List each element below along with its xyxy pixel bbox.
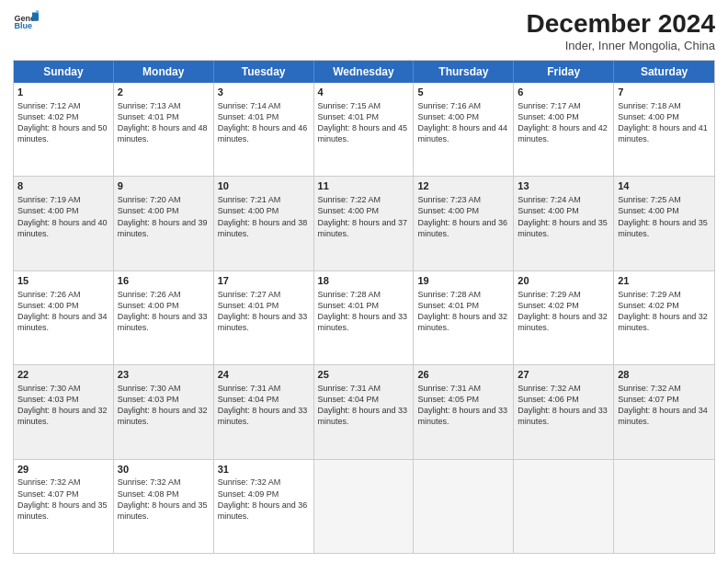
title-block: December 2024 Inder, Inner Mongolia, Chi… [527,9,715,52]
day-number: 8 [17,179,109,193]
day-info: Sunrise: 7:31 AMSunset: 4:04 PMDaylight:… [318,384,408,426]
day-number: 2 [118,86,210,99]
day-number: 20 [518,274,609,288]
day-cell-6: 6Sunrise: 7:17 AMSunset: 4:00 PMDaylight… [514,83,614,176]
day-info: Sunrise: 7:32 AMSunset: 4:07 PMDaylight:… [17,477,108,520]
day-number: 18 [318,274,410,288]
day-info: Sunrise: 7:32 AMSunset: 4:08 PMDaylight:… [118,477,208,520]
day-cell-9: 9Sunrise: 7:20 AMSunset: 4:00 PMDaylight… [114,177,214,270]
day-cell-13: 13Sunrise: 7:24 AMSunset: 4:00 PMDayligh… [514,177,614,270]
day-cell-19: 19Sunrise: 7:28 AMSunset: 4:01 PMDayligh… [414,271,514,364]
day-cell-4: 4Sunrise: 7:15 AMSunset: 4:01 PMDaylight… [314,83,415,176]
day-number: 24 [218,368,310,382]
calendar-header: SundayMondayTuesdayWednesdayThursdayFrid… [14,61,714,83]
day-cell-20: 20Sunrise: 7:29 AMSunset: 4:02 PMDayligh… [514,271,614,364]
day-cell-14: 14Sunrise: 7:25 AMSunset: 4:00 PMDayligh… [614,177,714,270]
subtitle: Inder, Inner Mongolia, China [527,39,715,52]
day-info: Sunrise: 7:12 AMSunset: 4:02 PMDaylight:… [17,101,108,144]
day-cell-5: 5Sunrise: 7:16 AMSunset: 4:00 PMDaylight… [414,83,514,176]
day-cell-29: 29Sunrise: 7:32 AMSunset: 4:07 PMDayligh… [14,460,114,553]
day-header-wednesday: Wednesday [314,61,415,83]
empty-cell [514,460,614,553]
day-number: 11 [318,179,410,193]
day-number: 25 [318,368,410,382]
day-info: Sunrise: 7:32 AMSunset: 4:07 PMDaylight:… [618,384,708,426]
day-number: 31 [218,463,310,477]
day-cell-30: 30Sunrise: 7:32 AMSunset: 4:08 PMDayligh… [114,460,214,553]
logo: General Blue General Blue [13,9,39,35]
day-cell-10: 10Sunrise: 7:21 AMSunset: 4:00 PMDayligh… [214,177,314,270]
calendar: SundayMondayTuesdayWednesdayThursdayFrid… [13,60,715,554]
day-info: Sunrise: 7:14 AMSunset: 4:01 PMDaylight:… [218,101,308,144]
day-info: Sunrise: 7:29 AMSunset: 4:02 PMDaylight:… [618,290,708,332]
day-number: 23 [118,368,210,382]
day-cell-28: 28Sunrise: 7:32 AMSunset: 4:07 PMDayligh… [614,365,714,458]
day-cell-31: 31Sunrise: 7:32 AMSunset: 4:09 PMDayligh… [214,460,314,553]
day-cell-8: 8Sunrise: 7:19 AMSunset: 4:00 PMDaylight… [14,177,114,270]
day-number: 17 [218,274,310,288]
day-number: 26 [417,368,509,382]
day-cell-25: 25Sunrise: 7:31 AMSunset: 4:04 PMDayligh… [314,365,415,458]
day-cell-26: 26Sunrise: 7:31 AMSunset: 4:05 PMDayligh… [414,365,514,458]
day-number: 9 [118,179,210,193]
day-cell-2: 2Sunrise: 7:13 AMSunset: 4:01 PMDaylight… [114,83,214,176]
day-info: Sunrise: 7:31 AMSunset: 4:05 PMDaylight:… [417,384,507,426]
day-cell-3: 3Sunrise: 7:14 AMSunset: 4:01 PMDaylight… [214,83,314,176]
day-info: Sunrise: 7:26 AMSunset: 4:00 PMDaylight:… [17,290,108,332]
day-cell-18: 18Sunrise: 7:28 AMSunset: 4:01 PMDayligh… [314,271,415,364]
day-cell-17: 17Sunrise: 7:27 AMSunset: 4:01 PMDayligh… [214,271,314,364]
day-info: Sunrise: 7:32 AMSunset: 4:06 PMDaylight:… [518,384,608,426]
day-info: Sunrise: 7:29 AMSunset: 4:02 PMDaylight:… [518,290,608,332]
calendar-week-2: 8Sunrise: 7:19 AMSunset: 4:00 PMDaylight… [14,177,714,270]
day-header-monday: Monday [114,61,214,83]
day-number: 13 [518,179,609,193]
day-number: 7 [618,86,711,99]
empty-cell [314,460,415,553]
day-info: Sunrise: 7:15 AMSunset: 4:01 PMDaylight:… [318,101,408,144]
day-info: Sunrise: 7:18 AMSunset: 4:00 PMDaylight:… [618,101,708,144]
svg-marker-3 [32,13,39,21]
day-info: Sunrise: 7:20 AMSunset: 4:00 PMDaylight:… [118,195,208,237]
day-number: 22 [17,368,109,382]
day-number: 12 [417,179,509,193]
day-number: 4 [318,86,410,99]
calendar-week-4: 22Sunrise: 7:30 AMSunset: 4:03 PMDayligh… [14,365,714,459]
day-number: 14 [618,179,711,193]
day-info: Sunrise: 7:16 AMSunset: 4:00 PMDaylight:… [417,101,507,144]
month-title: December 2024 [527,9,715,39]
day-cell-16: 16Sunrise: 7:26 AMSunset: 4:00 PMDayligh… [114,271,214,364]
day-number: 29 [17,463,109,477]
day-info: Sunrise: 7:28 AMSunset: 4:01 PMDaylight:… [318,290,408,332]
calendar-week-5: 29Sunrise: 7:32 AMSunset: 4:07 PMDayligh… [14,460,714,553]
day-header-friday: Friday [514,61,614,83]
day-number: 6 [518,86,609,99]
calendar-body: 1Sunrise: 7:12 AMSunset: 4:02 PMDaylight… [14,83,714,553]
day-info: Sunrise: 7:30 AMSunset: 4:03 PMDaylight:… [118,384,208,426]
day-number: 5 [417,86,509,99]
day-cell-15: 15Sunrise: 7:26 AMSunset: 4:00 PMDayligh… [14,271,114,364]
day-number: 30 [118,463,210,477]
day-info: Sunrise: 7:21 AMSunset: 4:00 PMDaylight:… [218,195,308,237]
day-cell-11: 11Sunrise: 7:22 AMSunset: 4:00 PMDayligh… [314,177,415,270]
calendar-week-3: 15Sunrise: 7:26 AMSunset: 4:00 PMDayligh… [14,271,714,365]
day-info: Sunrise: 7:13 AMSunset: 4:01 PMDaylight:… [118,101,208,144]
day-cell-22: 22Sunrise: 7:30 AMSunset: 4:03 PMDayligh… [14,365,114,458]
day-header-thursday: Thursday [414,61,514,83]
day-number: 16 [118,274,210,288]
day-header-tuesday: Tuesday [214,61,314,83]
calendar-week-1: 1Sunrise: 7:12 AMSunset: 4:02 PMDaylight… [14,83,714,177]
day-info: Sunrise: 7:26 AMSunset: 4:00 PMDaylight:… [118,290,208,332]
svg-text:Blue: Blue [14,21,32,30]
day-header-saturday: Saturday [614,61,714,83]
day-cell-24: 24Sunrise: 7:31 AMSunset: 4:04 PMDayligh… [214,365,314,458]
day-number: 28 [618,368,711,382]
day-number: 1 [17,86,109,99]
day-number: 15 [17,274,109,288]
day-header-sunday: Sunday [14,61,114,83]
day-info: Sunrise: 7:17 AMSunset: 4:00 PMDaylight:… [518,101,608,144]
day-number: 21 [618,274,711,288]
day-cell-23: 23Sunrise: 7:30 AMSunset: 4:03 PMDayligh… [114,365,214,458]
day-info: Sunrise: 7:19 AMSunset: 4:00 PMDaylight:… [17,195,108,237]
day-cell-12: 12Sunrise: 7:23 AMSunset: 4:00 PMDayligh… [414,177,514,270]
day-info: Sunrise: 7:22 AMSunset: 4:00 PMDaylight:… [318,195,408,237]
